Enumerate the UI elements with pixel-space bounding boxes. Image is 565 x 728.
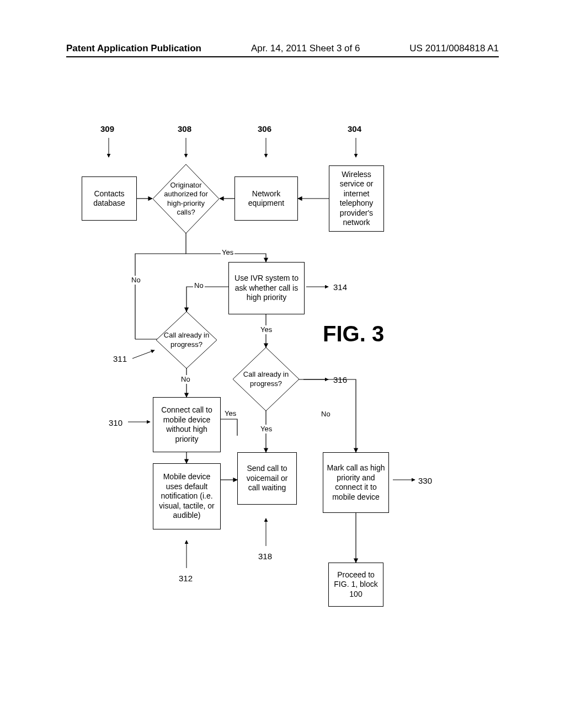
ref-330: 330 [418, 476, 432, 486]
node-proceed: Proceed to FIG. 1, block 100 [328, 563, 383, 607]
edge-no-left: No [130, 276, 142, 285]
node-text: Connect call to mobile device without hi… [156, 405, 217, 444]
node-text: Mobile device uses default notification … [156, 472, 217, 521]
ref-312: 312 [179, 574, 193, 584]
ref-309: 309 [100, 124, 114, 135]
node-voicemail: Send call to voicemail or call waiting [237, 452, 297, 505]
edge-no-316: No [320, 410, 332, 419]
node-originator-decision: Originator authorized for high-priority … [153, 164, 219, 233]
header-doc-number: US 2011/0084818 A1 [409, 43, 499, 54]
header: Patent Application Publication Apr. 14, … [0, 43, 565, 54]
edge-yes-to-ivr: Yes [221, 248, 234, 257]
ref-308: 308 [178, 124, 191, 135]
header-publication: Patent Application Publication [66, 43, 201, 54]
svg-line-10 [132, 350, 154, 358]
figure-title: FIG. 3 [323, 320, 384, 347]
node-text: Originator authorized for high-priority … [153, 181, 219, 217]
flowchart: 309 308 306 304 Contacts database Origin… [0, 94, 565, 700]
page: Patent Application Publication Apr. 14, … [0, 0, 565, 728]
node-text: Send call to voicemail or call waiting [241, 464, 294, 493]
node-contacts-database: Contacts database [82, 176, 137, 221]
ref-304: 304 [348, 124, 361, 135]
node-call-in-progress-316: Call already in progress? [233, 347, 299, 411]
node-text: Proceed to FIG. 1, block 100 [332, 570, 380, 599]
node-default-notif: Mobile device uses default notification … [153, 463, 221, 529]
node-text: Network equipment [238, 189, 295, 208]
node-ivr: Use IVR system to ask whether call is hi… [228, 262, 305, 314]
node-text: Call already in progress? [156, 331, 217, 349]
ref-318: 318 [258, 552, 272, 562]
node-text: Mark call as high priority and connect i… [326, 463, 386, 502]
node-text: Wireless service or internet telephony p… [332, 170, 381, 228]
node-text: Contacts database [85, 189, 134, 208]
node-mark-high-priority: Mark call as high priority and connect i… [323, 452, 389, 513]
ref-310: 310 [109, 418, 122, 429]
edge-yes-connect: Yes [223, 409, 237, 418]
node-connect-no-high: Connect call to mobile device without hi… [153, 397, 221, 452]
ref-316: 316 [333, 375, 347, 386]
node-wireless-provider: Wireless service or internet telephony p… [329, 165, 384, 232]
ref-314: 314 [333, 282, 347, 293]
edge-yes-ivr: Yes [259, 325, 273, 334]
node-network-equipment: Network equipment [234, 176, 298, 221]
edge-yes-316: Yes [259, 425, 273, 433]
ref-311: 311 [113, 354, 127, 365]
ref-306: 306 [258, 124, 271, 135]
edge-no-311: No [180, 375, 191, 384]
node-text: Call already in progress? [233, 370, 299, 388]
header-rule [66, 56, 499, 57]
header-date-sheet: Apr. 14, 2011 Sheet 3 of 6 [251, 43, 360, 54]
edge-no-ivr: No [193, 281, 205, 290]
node-text: Use IVR system to ask whether call is hi… [232, 274, 301, 303]
node-call-in-progress-311: Call already in progress? [156, 312, 217, 368]
